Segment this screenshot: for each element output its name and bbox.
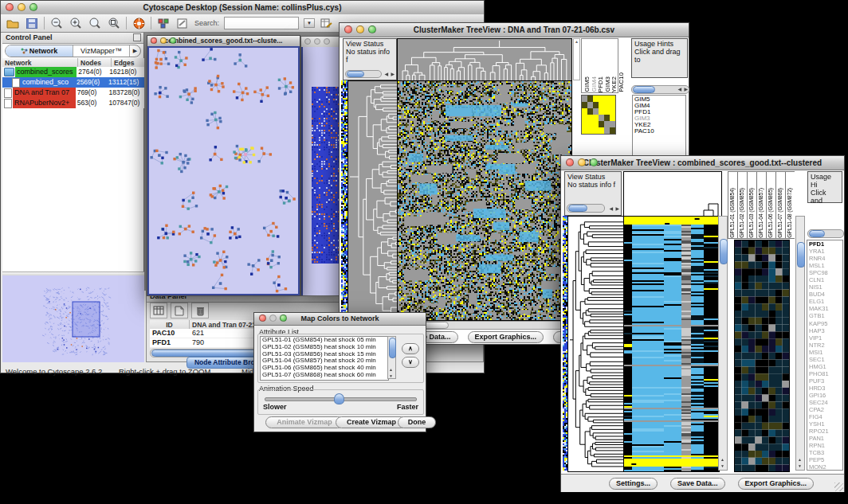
gene-label[interactable]: RPO21 bbox=[809, 428, 842, 435]
tv1-zoom-matrix[interactable] bbox=[581, 95, 616, 135]
gene-label[interactable]: PAN1 bbox=[809, 435, 842, 442]
dense-network-view[interactable] bbox=[301, 47, 342, 295]
network-row[interactable]: combined_scores2764(0)16218(0) bbox=[2, 67, 144, 77]
minimize-icon[interactable] bbox=[269, 315, 277, 322]
zoom-selected-icon[interactable] bbox=[88, 17, 102, 29]
gene-label[interactable]: SEC1 bbox=[809, 356, 842, 363]
scroll-down-icon[interactable]: ▼ bbox=[389, 373, 393, 378]
gene-label[interactable]: MAK31 bbox=[809, 305, 842, 312]
more-tabs-icon[interactable]: ▶ bbox=[130, 45, 140, 57]
gene-label[interactable]: TCB3 bbox=[809, 449, 842, 456]
network-row[interactable]: RNAPuberNov2+563(0)107847(0) bbox=[2, 98, 144, 108]
tv1-heatmap[interactable] bbox=[397, 80, 572, 321]
advanced-search-icon[interactable] bbox=[320, 17, 334, 29]
tv1-row-dendrogram[interactable] bbox=[347, 80, 398, 321]
new-attribute-icon[interactable] bbox=[171, 303, 188, 318]
create-vizmap-button[interactable]: Create Vizmap bbox=[336, 416, 407, 428]
scroll-down-icon[interactable]: ▼ bbox=[798, 463, 802, 468]
gene-label[interactable]: CPA2 bbox=[809, 406, 842, 413]
tv2-heatmap[interactable] bbox=[623, 216, 720, 472]
float-panel-icon[interactable] bbox=[133, 33, 141, 41]
close-icon[interactable] bbox=[566, 158, 574, 166]
scrollbar-thumb[interactable] bbox=[720, 239, 728, 264]
scroll-left-icon[interactable]: ◀ bbox=[609, 205, 613, 213]
animate-vizmap-button[interactable]: Animate Vizmap bbox=[265, 416, 344, 428]
tv2-status-hscrollbar[interactable] bbox=[567, 204, 605, 213]
tv1-column-label[interactable]: PFD1 bbox=[598, 76, 604, 92]
close-icon[interactable] bbox=[344, 25, 352, 33]
minimize-icon[interactable] bbox=[160, 37, 167, 44]
gene-label[interactable]: MSL1 bbox=[809, 262, 842, 269]
zoom-window-icon[interactable] bbox=[170, 37, 176, 44]
done-button[interactable]: Done bbox=[398, 416, 436, 428]
open-session-icon[interactable] bbox=[6, 17, 20, 29]
tab-vizmapper[interactable]: VizMapper™ bbox=[73, 45, 130, 57]
network-row[interactable]: combined_sco2569(6)13112(15) bbox=[2, 77, 144, 88]
tv1-column-label[interactable]: GIM4 bbox=[591, 76, 598, 92]
tv2-column-label-cell[interactable]: GPL51-07 (GSM868) bbox=[775, 172, 785, 239]
gene-label[interactable]: HRD3 bbox=[809, 385, 842, 392]
scroll-down-icon[interactable]: ▼ bbox=[720, 463, 724, 468]
zoom-fit-icon[interactable] bbox=[107, 17, 121, 29]
minimize-icon[interactable] bbox=[18, 3, 26, 11]
tv1-scroll-gutter[interactable]: ▲ bbox=[573, 38, 580, 80]
help-icon[interactable] bbox=[132, 17, 146, 29]
save-data-button[interactable]: Save Data... bbox=[670, 478, 725, 490]
network-window-titlebar[interactable]: combined_scores_good.txt--cluste... bbox=[147, 36, 300, 47]
tv2-heatmap-vscrollbar[interactable]: ▲ ▼ bbox=[718, 216, 728, 471]
tv2-zoom-heatmap[interactable] bbox=[734, 240, 790, 472]
dialog-titlebar[interactable]: Map Colors to Network bbox=[254, 313, 426, 326]
gene-label[interactable]: GTB1 bbox=[809, 312, 842, 319]
gene-label[interactable]: HMG1 bbox=[809, 363, 842, 370]
tv2-hints-hscrollbar[interactable] bbox=[807, 229, 844, 238]
annotation-icon[interactable] bbox=[175, 17, 190, 29]
network-row[interactable]: DNA and Tran 07769(0)183728(0) bbox=[2, 88, 144, 98]
scrollbar-thumb[interactable] bbox=[809, 230, 825, 237]
tv2-column-label-cell[interactable]: GPL51-02 (GSM855) bbox=[737, 172, 747, 239]
tv1-status-hscrollbar[interactable] bbox=[345, 70, 382, 78]
gene-label[interactable]: NIS1 bbox=[809, 283, 842, 291]
scroll-right-icon[interactable]: ▶ bbox=[684, 86, 688, 92]
resize-grip[interactable] bbox=[834, 483, 843, 491]
search-input[interactable] bbox=[224, 17, 299, 29]
tv2-column-label-cell[interactable]: GPL51-08 (GSM872) bbox=[785, 172, 795, 239]
zoom-window-icon[interactable] bbox=[368, 25, 376, 33]
scroll-right-icon[interactable]: ▶ bbox=[391, 70, 395, 78]
gene-label[interactable]: YRA1 bbox=[809, 248, 842, 255]
tv2-zoom-vscrollbar[interactable]: ▲ ▼ bbox=[795, 216, 805, 471]
gene-label[interactable]: CLN1 bbox=[809, 276, 842, 283]
gene-label[interactable]: PFD1 bbox=[809, 240, 842, 248]
scrollbar-thumb[interactable] bbox=[797, 242, 805, 268]
tv2-column-dendrogram[interactable] bbox=[623, 171, 722, 217]
gene-label[interactable]: SPC98 bbox=[809, 269, 842, 276]
attribute-list-vscrollbar[interactable]: ▲ ▼ bbox=[387, 336, 396, 379]
gene-label[interactable]: RPN1 bbox=[809, 442, 842, 449]
gene-label[interactable]: MON2 bbox=[809, 463, 842, 471]
gene-label[interactable]: NTR2 bbox=[809, 342, 842, 349]
tv1-hints-hscrollbar[interactable]: ◀ ▶ bbox=[631, 85, 689, 94]
tv1-column-label[interactable]: PAC10 bbox=[618, 72, 625, 92]
gene-label[interactable]: HAP3 bbox=[809, 327, 842, 334]
network-overview-thumbnail[interactable] bbox=[2, 275, 144, 362]
scrollbar-thumb[interactable] bbox=[347, 71, 364, 77]
settings-button[interactable]: Settings... bbox=[609, 478, 658, 490]
tv2-column-label-cell[interactable]: GPL51-03 (GSM856) bbox=[747, 172, 756, 239]
scroll-up-icon[interactable]: ▲ bbox=[574, 39, 579, 44]
zoom-window-icon[interactable] bbox=[324, 38, 330, 45]
zoom-in-icon[interactable] bbox=[69, 17, 83, 29]
scrollbar-thumb[interactable] bbox=[568, 205, 587, 212]
move-down-button[interactable]: ∨ bbox=[402, 357, 419, 368]
gene-label[interactable]: ELG1 bbox=[809, 298, 842, 305]
tv2-column-label-cell[interactable]: GPL51-06 (GSM865) bbox=[766, 172, 775, 239]
gene-label[interactable]: PEP5 bbox=[809, 456, 842, 463]
speed-slider-thumb[interactable] bbox=[334, 393, 344, 404]
gene-label[interactable]: VIP1 bbox=[809, 334, 842, 342]
vizmapper-icon[interactable] bbox=[156, 17, 171, 29]
tv1-column-label[interactable]: GIM3 bbox=[605, 76, 611, 92]
zoom-window-icon[interactable] bbox=[590, 158, 598, 166]
main-titlebar[interactable]: Cytoscape Desktop (Session Name: collins… bbox=[1, 1, 484, 15]
scroll-up-icon[interactable]: ▲ bbox=[798, 457, 802, 462]
zoom-window-icon[interactable] bbox=[29, 3, 37, 11]
close-icon[interactable] bbox=[6, 3, 14, 11]
tv1-column-label[interactable]: YKE2 bbox=[611, 76, 618, 92]
